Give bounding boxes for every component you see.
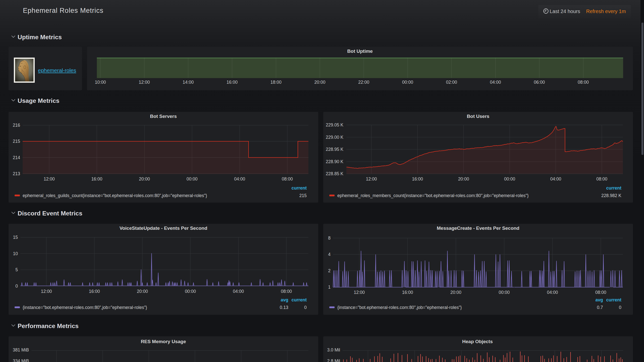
svg-text:15: 15 bbox=[13, 235, 18, 240]
svg-text:4: 4 bbox=[328, 252, 331, 257]
svg-text:06:00: 06:00 bbox=[534, 80, 545, 85]
svg-text:16:00: 16:00 bbox=[402, 290, 413, 295]
svg-text:08:00: 08:00 bbox=[595, 290, 606, 295]
svg-text:00:00: 00:00 bbox=[187, 176, 198, 182]
svg-text:Bot Users: Bot Users bbox=[467, 114, 490, 119]
svg-text:12:00: 12:00 bbox=[41, 289, 52, 294]
svg-text:08:00: 08:00 bbox=[596, 176, 608, 182]
svg-text:08:00: 08:00 bbox=[282, 176, 293, 182]
svg-text:20:00: 20:00 bbox=[139, 176, 150, 182]
svg-text:04:00: 04:00 bbox=[547, 290, 558, 295]
svg-text:2: 2 bbox=[328, 268, 331, 273]
svg-text:381 MiB: 381 MiB bbox=[13, 347, 29, 352]
svg-text:12:00: 12:00 bbox=[354, 290, 365, 295]
svg-text:02:00: 02:00 bbox=[446, 80, 457, 85]
svg-text:0.7: 0.7 bbox=[597, 305, 603, 310]
svg-text:20:00: 20:00 bbox=[314, 80, 326, 85]
svg-text:20:00: 20:00 bbox=[450, 290, 461, 295]
svg-text:current: current bbox=[292, 297, 307, 302]
svg-text:{instance="bot.ephemeral-roles: {instance="bot.ephemeral-roles.com:80",j… bbox=[337, 305, 462, 310]
svg-text:16:00: 16:00 bbox=[412, 176, 423, 182]
svg-text:ephemeral_roles_members_count{: ephemeral_roles_members_count{instance="… bbox=[337, 193, 529, 198]
svg-text:VoiceStateUpdate - Events Per: VoiceStateUpdate - Events Per Second bbox=[119, 225, 207, 231]
svg-text:04:00: 04:00 bbox=[550, 176, 561, 182]
svg-text:2.8 Mil: 2.8 Mil bbox=[327, 358, 340, 362]
svg-text:20:00: 20:00 bbox=[137, 289, 148, 294]
svg-text:5: 5 bbox=[15, 267, 18, 272]
svg-text:00:00: 00:00 bbox=[402, 80, 413, 85]
svg-text:00:00: 00:00 bbox=[185, 289, 196, 294]
svg-text:12:00: 12:00 bbox=[44, 176, 55, 182]
svg-text:0.13: 0.13 bbox=[280, 305, 288, 310]
svg-text:04:00: 04:00 bbox=[490, 80, 501, 85]
svg-text:{instance="bot.ephemeral-roles: {instance="bot.ephemeral-roles.com:80",j… bbox=[23, 305, 147, 310]
svg-text:229.05 K: 229.05 K bbox=[326, 122, 343, 127]
svg-text:228.85 K: 228.85 K bbox=[326, 171, 343, 176]
svg-text:0: 0 bbox=[304, 305, 307, 310]
svg-text:10:00: 10:00 bbox=[95, 80, 106, 85]
svg-text:00:00: 00:00 bbox=[499, 290, 510, 295]
svg-text:8: 8 bbox=[328, 236, 331, 241]
svg-text:22:00: 22:00 bbox=[358, 80, 369, 85]
svg-text:current: current bbox=[606, 186, 621, 191]
svg-text:12:00: 12:00 bbox=[139, 80, 150, 85]
svg-text:0: 0 bbox=[15, 284, 18, 289]
svg-text:avg: avg bbox=[595, 297, 603, 302]
svg-text:20:00: 20:00 bbox=[458, 176, 469, 182]
svg-text:MessageCreate - Events Per Sec: MessageCreate - Events Per Second bbox=[437, 225, 519, 231]
svg-text:213: 213 bbox=[13, 171, 20, 176]
svg-text:RES Memory Usage: RES Memory Usage bbox=[141, 339, 186, 344]
svg-text:215: 215 bbox=[299, 193, 307, 198]
svg-text:0: 0 bbox=[619, 305, 621, 310]
svg-text:04:00: 04:00 bbox=[233, 289, 244, 294]
svg-text:228.95 K: 228.95 K bbox=[326, 147, 343, 152]
svg-text:current: current bbox=[606, 297, 621, 302]
svg-text:Heap Objects: Heap Objects bbox=[462, 339, 493, 344]
svg-text:08:00: 08:00 bbox=[578, 80, 589, 85]
svg-text:216: 216 bbox=[13, 123, 20, 128]
svg-text:228.982 K: 228.982 K bbox=[601, 193, 621, 198]
svg-text:1: 1 bbox=[328, 285, 331, 290]
svg-text:14:00: 14:00 bbox=[183, 80, 194, 85]
svg-text:16:00: 16:00 bbox=[91, 176, 102, 182]
svg-text:12:00: 12:00 bbox=[366, 176, 377, 182]
svg-text:334 MiB: 334 MiB bbox=[13, 358, 29, 362]
svg-text:228.90 K: 228.90 K bbox=[326, 159, 343, 164]
svg-text:Bot Servers: Bot Servers bbox=[150, 114, 177, 119]
svg-text:229.00 K: 229.00 K bbox=[326, 135, 343, 140]
svg-text:current: current bbox=[292, 186, 307, 191]
svg-text:10: 10 bbox=[13, 251, 18, 256]
svg-text:214: 214 bbox=[13, 155, 20, 160]
svg-text:08:00: 08:00 bbox=[281, 289, 292, 294]
svg-text:ephemeral_roles_guilds_count{i: ephemeral_roles_guilds_count{instance="b… bbox=[23, 193, 207, 198]
svg-text:00:00: 00:00 bbox=[504, 176, 515, 182]
svg-text:18:00: 18:00 bbox=[270, 80, 281, 85]
svg-text:16:00: 16:00 bbox=[227, 80, 238, 85]
svg-text:16:00: 16:00 bbox=[89, 289, 100, 294]
svg-text:Bot Uptime: Bot Uptime bbox=[347, 49, 373, 54]
svg-text:215: 215 bbox=[13, 139, 20, 144]
svg-text:3.0 Mil: 3.0 Mil bbox=[327, 347, 340, 352]
svg-text:avg: avg bbox=[281, 297, 288, 302]
svg-text:04:00: 04:00 bbox=[234, 176, 245, 182]
